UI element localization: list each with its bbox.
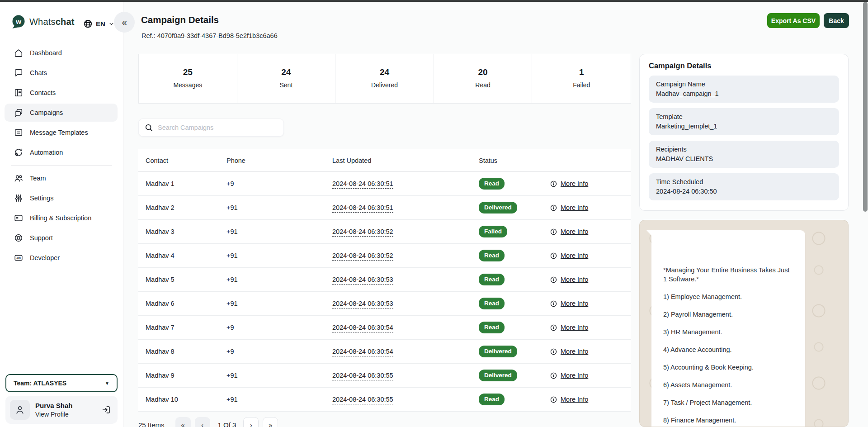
last-updated-cell: 2024-08-24 06:30:53 <box>325 300 472 307</box>
more-info-link[interactable]: More Info <box>550 324 631 332</box>
export-csv-button[interactable]: Export As CSV <box>767 13 820 28</box>
sidebar-item-team[interactable]: Team <box>0 168 123 188</box>
last-updated-cell: 2024-08-24 06:30:51 <box>325 204 472 211</box>
info-icon <box>550 276 557 284</box>
sidebar-item-billing-subscription[interactable]: Billing & Subscription <box>0 208 123 228</box>
sidebar-item-label: Support <box>30 234 53 242</box>
profile-card[interactable]: Purva Shah View Profile <box>5 396 118 424</box>
home-icon <box>14 48 24 58</box>
detail-field-campaign-name: Campaign NameMadhav_campaign_1 <box>649 76 839 103</box>
last-updated-cell: 2024-08-24 06:30:54 <box>325 324 472 331</box>
stat-card-read: 20Read <box>434 54 533 103</box>
team-select-label: Team: ATLASYES <box>14 380 66 387</box>
status-badge: Read <box>479 298 505 309</box>
sidebar-item-chats[interactable]: Chats <box>0 63 123 83</box>
person-icon <box>14 404 26 416</box>
timestamp-link[interactable]: 2024-08-24 06:30:54 <box>332 348 393 356</box>
sidebar-item-dashboard[interactable]: Dashboard <box>0 43 123 63</box>
status-badge: Read <box>479 322 505 333</box>
campaign-details-panel: Campaign Details Campaign NameMadhav_cam… <box>639 54 849 211</box>
table-row: Madhav 3+912024-08-24 06:30:52FailedMore… <box>138 220 631 244</box>
more-info-link[interactable]: More Info <box>550 396 631 403</box>
detail-field-time-scheduled: Time Scheduled2024-08-24 06:30:50 <box>649 173 839 200</box>
timestamp-link[interactable]: 2024-08-24 06:30:54 <box>332 324 393 332</box>
chat-icon <box>14 68 24 78</box>
profile-name: Purva Shah <box>35 402 73 409</box>
pagination: 25 Items « ‹ 1 Of 3 › » <box>138 417 282 427</box>
detail-field-value: Madhav_campaign_1 <box>656 89 832 99</box>
last-updated-cell: 2024-08-24 06:30:55 <box>325 372 472 379</box>
more-info-link[interactable]: More Info <box>550 300 631 308</box>
sidebar-item-label: Campaigns <box>30 109 63 116</box>
more-info-link[interactable]: More Info <box>550 372 631 380</box>
message-line: 2) Payroll Management. <box>663 310 793 319</box>
sidebar-item-settings[interactable]: Settings <box>0 188 123 208</box>
status-badge: Read <box>479 178 505 190</box>
more-info-cell: More Info <box>542 348 631 356</box>
stat-value: 24 <box>380 67 389 77</box>
scrollbar-thumb[interactable] <box>863 2 868 212</box>
timestamp-link[interactable]: 2024-08-24 06:30:51 <box>332 204 393 213</box>
contact-cell: Madhav 1 <box>138 180 219 187</box>
timestamp-link[interactable]: 2024-08-24 06:30:51 <box>332 180 393 189</box>
whatsapp-message-bubble: *Managing Your Entire Business Takes Jus… <box>651 230 805 427</box>
info-icon <box>550 204 557 212</box>
last-page-button[interactable]: » <box>263 417 278 427</box>
message-line: 1) Employee Management. <box>663 292 793 301</box>
phone-cell: +9 <box>219 348 325 355</box>
first-page-button[interactable]: « <box>175 417 191 427</box>
timestamp-link[interactable]: 2024-08-24 06:30:52 <box>332 252 393 261</box>
timestamp-link[interactable]: 2024-08-24 06:30:53 <box>332 276 393 285</box>
detail-field-label: Recipients <box>656 145 832 154</box>
globe-icon <box>83 19 93 28</box>
sidebar-item-contacts[interactable]: Contacts <box>0 83 123 103</box>
brand-logo[interactable]: w Whatschat <box>11 14 75 29</box>
column-header-contact: Contact <box>138 157 219 164</box>
info-icon <box>550 348 557 356</box>
more-info-link[interactable]: More Info <box>550 276 631 284</box>
more-info-link[interactable]: More Info <box>550 348 631 356</box>
language-selector[interactable]: EN <box>83 19 114 28</box>
more-info-cell: More Info <box>542 204 631 212</box>
timestamp-link[interactable]: 2024-08-24 06:30:52 <box>332 228 393 237</box>
status-cell: Read <box>472 250 542 261</box>
sidebar-item-automation[interactable]: Automation <box>0 142 123 162</box>
sidebar-item-developer[interactable]: APIDeveloper <box>0 248 123 268</box>
more-info-link[interactable]: More Info <box>550 252 631 260</box>
table-row: Madhav 6+912024-08-24 06:30:53ReadMore I… <box>138 292 631 316</box>
stat-value: 25 <box>183 67 193 77</box>
team-select[interactable]: Team: ATLASYES ▼ <box>5 374 118 392</box>
detail-field-value: 2024-08-24 06:30:50 <box>656 187 832 196</box>
more-info-link[interactable]: More Info <box>550 204 631 212</box>
timestamp-link[interactable]: 2024-08-24 06:30:55 <box>332 396 393 404</box>
prev-page-button[interactable]: ‹ <box>195 417 210 427</box>
more-info-cell: More Info <box>542 372 631 380</box>
phone-cell: +91 <box>219 252 325 259</box>
status-badge: Read <box>479 274 505 285</box>
sidebar-item-message-templates[interactable]: Message Templates <box>0 123 123 142</box>
sidebar-item-support[interactable]: Support <box>0 228 123 248</box>
logout-icon[interactable] <box>101 405 111 415</box>
stat-label: Delivered <box>371 81 398 89</box>
contact-cell: Madhav 3 <box>138 228 219 235</box>
contact-cell: Madhav 5 <box>138 276 219 283</box>
timestamp-link[interactable]: 2024-08-24 06:30:53 <box>332 300 393 308</box>
window-top-edge <box>0 0 868 2</box>
stat-card-failed: 1Failed <box>532 54 631 103</box>
next-page-button[interactable]: › <box>243 417 259 427</box>
search-input[interactable] <box>158 124 278 131</box>
view-profile-link[interactable]: View Profile <box>35 411 73 418</box>
vertical-scrollbar[interactable] <box>863 2 868 427</box>
brand-name: Whatschat <box>29 17 75 27</box>
message-line: 4) Advance Accounting. <box>663 345 793 354</box>
detail-field-label: Campaign Name <box>656 80 832 89</box>
contacts-icon <box>14 88 24 98</box>
timestamp-link[interactable]: 2024-08-24 06:30:55 <box>332 372 393 380</box>
info-icon <box>550 372 557 380</box>
sidebar-item-campaigns[interactable]: Campaigns <box>0 103 123 123</box>
back-button[interactable]: Back <box>824 13 849 28</box>
sidebar-collapse-button[interactable]: « <box>114 12 135 33</box>
last-updated-cell: 2024-08-24 06:30:52 <box>325 252 472 259</box>
more-info-link[interactable]: More Info <box>550 228 631 236</box>
more-info-link[interactable]: More Info <box>550 180 631 188</box>
